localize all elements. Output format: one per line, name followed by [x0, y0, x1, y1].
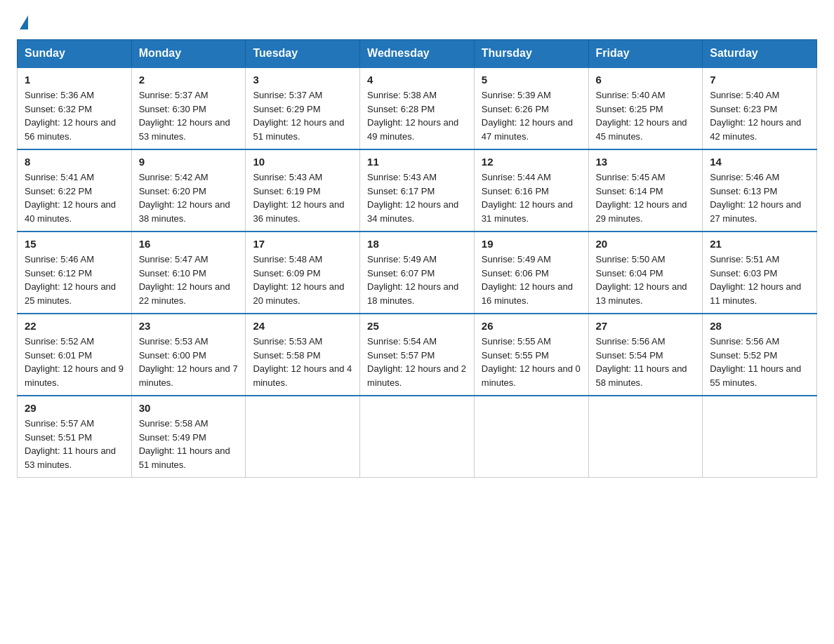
- day-sun-info: Sunrise: 5:56 AMSunset: 5:52 PMDaylight:…: [710, 335, 809, 389]
- day-sun-info: Sunrise: 5:46 AMSunset: 6:12 PMDaylight:…: [25, 253, 124, 307]
- day-number: 12: [482, 156, 581, 168]
- day-sun-info: Sunrise: 5:58 AMSunset: 5:49 PMDaylight:…: [139, 417, 239, 471]
- calendar-cell: 21Sunrise: 5:51 AMSunset: 6:03 PMDayligh…: [703, 232, 817, 314]
- day-number: 22: [25, 320, 124, 332]
- day-sun-info: Sunrise: 5:56 AMSunset: 5:54 PMDaylight:…: [596, 335, 696, 389]
- calendar-cell: 14Sunrise: 5:46 AMSunset: 6:13 PMDayligh…: [703, 149, 817, 232]
- day-sun-info: Sunrise: 5:43 AMSunset: 6:17 PMDaylight:…: [367, 170, 467, 225]
- calendar-cell: [703, 396, 817, 478]
- calendar-cell: 6Sunrise: 5:40 AMSunset: 6:25 PMDaylight…: [588, 67, 703, 149]
- day-number: 21: [710, 238, 809, 250]
- day-number: 14: [710, 156, 809, 168]
- calendar-cell: [246, 396, 360, 478]
- day-number: 11: [367, 156, 467, 168]
- day-number: 9: [139, 156, 239, 168]
- day-sun-info: Sunrise: 5:36 AMSunset: 6:32 PMDaylight:…: [25, 88, 124, 143]
- calendar-cell: 30Sunrise: 5:58 AMSunset: 5:49 PMDayligh…: [131, 396, 246, 478]
- calendar-cell: 12Sunrise: 5:44 AMSunset: 6:16 PMDayligh…: [474, 149, 588, 232]
- calendar-cell: 29Sunrise: 5:57 AMSunset: 5:51 PMDayligh…: [18, 396, 132, 478]
- calendar-cell: 23Sunrise: 5:53 AMSunset: 6:00 PMDayligh…: [131, 314, 246, 396]
- calendar-cell: 28Sunrise: 5:56 AMSunset: 5:52 PMDayligh…: [703, 314, 817, 396]
- calendar-cell: 19Sunrise: 5:49 AMSunset: 6:06 PMDayligh…: [474, 232, 588, 314]
- calendar-cell: 3Sunrise: 5:37 AMSunset: 6:29 PMDaylight…: [246, 67, 360, 149]
- header-sunday: Sunday: [18, 40, 132, 68]
- day-sun-info: Sunrise: 5:40 AMSunset: 6:25 PMDaylight:…: [596, 88, 696, 143]
- logo: [17, 17, 28, 31]
- day-sun-info: Sunrise: 5:39 AMSunset: 6:26 PMDaylight:…: [482, 88, 581, 143]
- day-number: 26: [482, 320, 581, 332]
- header-monday: Monday: [131, 40, 246, 68]
- calendar-cell: 5Sunrise: 5:39 AMSunset: 6:26 PMDaylight…: [474, 67, 588, 149]
- day-number: 29: [25, 402, 124, 414]
- calendar-cell: 9Sunrise: 5:42 AMSunset: 6:20 PMDaylight…: [131, 149, 246, 232]
- calendar-cell: 22Sunrise: 5:52 AMSunset: 6:01 PMDayligh…: [18, 314, 132, 396]
- day-sun-info: Sunrise: 5:37 AMSunset: 6:30 PMDaylight:…: [139, 88, 239, 143]
- calendar-cell: 10Sunrise: 5:43 AMSunset: 6:19 PMDayligh…: [246, 149, 360, 232]
- day-sun-info: Sunrise: 5:43 AMSunset: 6:19 PMDaylight:…: [253, 170, 352, 225]
- calendar-table: SundayMondayTuesdayWednesdayThursdayFrid…: [17, 39, 817, 478]
- calendar-cell: 13Sunrise: 5:45 AMSunset: 6:14 PMDayligh…: [588, 149, 703, 232]
- day-number: 19: [482, 238, 581, 250]
- day-number: 25: [367, 320, 467, 332]
- day-sun-info: Sunrise: 5:57 AMSunset: 5:51 PMDaylight:…: [25, 417, 124, 471]
- day-number: 30: [139, 402, 239, 414]
- calendar-cell: 17Sunrise: 5:48 AMSunset: 6:09 PMDayligh…: [246, 232, 360, 314]
- day-sun-info: Sunrise: 5:45 AMSunset: 6:14 PMDaylight:…: [596, 170, 696, 225]
- calendar-week-row: 29Sunrise: 5:57 AMSunset: 5:51 PMDayligh…: [18, 396, 817, 478]
- calendar-week-row: 8Sunrise: 5:41 AMSunset: 6:22 PMDaylight…: [18, 149, 817, 232]
- day-number: 8: [25, 156, 124, 168]
- calendar-cell: 11Sunrise: 5:43 AMSunset: 6:17 PMDayligh…: [360, 149, 475, 232]
- calendar-cell: 20Sunrise: 5:50 AMSunset: 6:04 PMDayligh…: [588, 232, 703, 314]
- day-sun-info: Sunrise: 5:46 AMSunset: 6:13 PMDaylight:…: [710, 170, 809, 225]
- day-number: 18: [367, 238, 467, 250]
- day-sun-info: Sunrise: 5:40 AMSunset: 6:23 PMDaylight:…: [710, 88, 809, 143]
- day-number: 2: [139, 74, 239, 86]
- day-sun-info: Sunrise: 5:49 AMSunset: 6:07 PMDaylight:…: [367, 253, 467, 307]
- calendar-cell: [474, 396, 588, 478]
- day-number: 24: [253, 320, 352, 332]
- day-number: 10: [253, 156, 352, 168]
- day-number: 13: [596, 156, 696, 168]
- day-sun-info: Sunrise: 5:53 AMSunset: 6:00 PMDaylight:…: [139, 335, 239, 389]
- day-number: 5: [482, 74, 581, 86]
- calendar-cell: 27Sunrise: 5:56 AMSunset: 5:54 PMDayligh…: [588, 314, 703, 396]
- day-sun-info: Sunrise: 5:38 AMSunset: 6:28 PMDaylight:…: [367, 88, 467, 143]
- page-header: [17, 17, 817, 31]
- day-sun-info: Sunrise: 5:50 AMSunset: 6:04 PMDaylight:…: [596, 253, 696, 307]
- day-sun-info: Sunrise: 5:53 AMSunset: 5:58 PMDaylight:…: [253, 335, 352, 389]
- logo-blue-text: [17, 17, 28, 31]
- day-number: 7: [710, 74, 809, 86]
- day-number: 16: [139, 238, 239, 250]
- calendar-cell: [360, 396, 475, 478]
- day-number: 3: [253, 74, 352, 86]
- calendar-week-row: 15Sunrise: 5:46 AMSunset: 6:12 PMDayligh…: [18, 232, 817, 314]
- day-number: 23: [139, 320, 239, 332]
- logo-triangle-icon: [20, 15, 28, 29]
- calendar-cell: [588, 396, 703, 478]
- day-number: 6: [596, 74, 696, 86]
- calendar-header-row: SundayMondayTuesdayWednesdayThursdayFrid…: [18, 40, 817, 68]
- day-number: 27: [596, 320, 696, 332]
- day-sun-info: Sunrise: 5:55 AMSunset: 5:55 PMDaylight:…: [482, 335, 581, 389]
- day-sun-info: Sunrise: 5:44 AMSunset: 6:16 PMDaylight:…: [482, 170, 581, 225]
- day-sun-info: Sunrise: 5:37 AMSunset: 6:29 PMDaylight:…: [253, 88, 352, 143]
- day-sun-info: Sunrise: 5:47 AMSunset: 6:10 PMDaylight:…: [139, 253, 239, 307]
- calendar-week-row: 22Sunrise: 5:52 AMSunset: 6:01 PMDayligh…: [18, 314, 817, 396]
- calendar-cell: 26Sunrise: 5:55 AMSunset: 5:55 PMDayligh…: [474, 314, 588, 396]
- day-sun-info: Sunrise: 5:49 AMSunset: 6:06 PMDaylight:…: [482, 253, 581, 307]
- header-tuesday: Tuesday: [246, 40, 360, 68]
- day-number: 17: [253, 238, 352, 250]
- day-number: 28: [710, 320, 809, 332]
- day-sun-info: Sunrise: 5:48 AMSunset: 6:09 PMDaylight:…: [253, 253, 352, 307]
- day-sun-info: Sunrise: 5:41 AMSunset: 6:22 PMDaylight:…: [25, 170, 124, 225]
- header-wednesday: Wednesday: [360, 40, 475, 68]
- calendar-cell: 1Sunrise: 5:36 AMSunset: 6:32 PMDaylight…: [18, 67, 132, 149]
- day-sun-info: Sunrise: 5:54 AMSunset: 5:57 PMDaylight:…: [367, 335, 467, 389]
- day-sun-info: Sunrise: 5:42 AMSunset: 6:20 PMDaylight:…: [139, 170, 239, 225]
- calendar-cell: 7Sunrise: 5:40 AMSunset: 6:23 PMDaylight…: [703, 67, 817, 149]
- calendar-cell: 8Sunrise: 5:41 AMSunset: 6:22 PMDaylight…: [18, 149, 132, 232]
- header-thursday: Thursday: [474, 40, 588, 68]
- header-friday: Friday: [588, 40, 703, 68]
- calendar-cell: 15Sunrise: 5:46 AMSunset: 6:12 PMDayligh…: [18, 232, 132, 314]
- calendar-cell: 4Sunrise: 5:38 AMSunset: 6:28 PMDaylight…: [360, 67, 475, 149]
